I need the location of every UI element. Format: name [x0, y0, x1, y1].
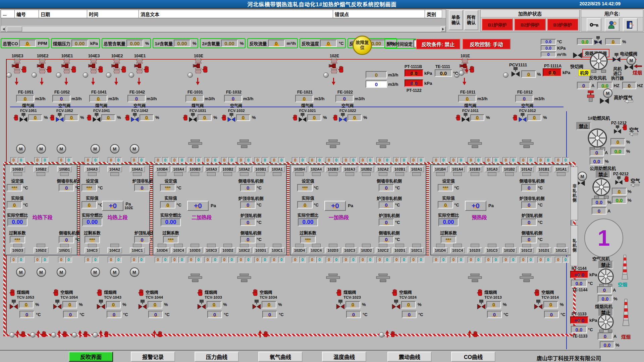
pt-1111b-label: PT-1111B	[405, 64, 422, 69]
pressure-value: +0	[102, 201, 123, 211]
mini-indicator: 0	[520, 157, 527, 163]
nav-button[interactable]: 氧气曲线	[258, 352, 303, 362]
burner-tag: 103A1	[270, 166, 284, 176]
fe-flow-value: 0	[185, 95, 204, 102]
mini-indicator: 0	[58, 257, 65, 263]
pt-1111a-label: PT-1111A	[544, 64, 561, 68]
scroll-right-button[interactable]	[441, 26, 446, 32]
zone-divider	[287, 164, 289, 255]
actual-label: 实际值	[164, 195, 177, 201]
mini-indicator: 0	[468, 157, 474, 163]
manual-hand-icon	[392, 289, 398, 296]
alarm-table: ...编号日期时间消息文本错误点类别	[1, 9, 446, 32]
nav-button[interactable]: 温度曲线	[322, 352, 366, 362]
meter-unit: °C	[339, 41, 344, 46]
zone-pressure: +0 Pa	[465, 201, 494, 211]
nav-button[interactable]: 报警记录	[131, 352, 175, 362]
mini-indicator: 0	[237, 257, 244, 263]
burner-tag: 101C2	[519, 244, 534, 253]
zone-temp-label: 炉顶轧机侧	[522, 212, 543, 219]
branch-unit: 104E3	[82, 54, 106, 88]
nav-button[interactable]: 震动曲线	[387, 352, 432, 362]
fan2-percent2: 0.0%	[592, 198, 611, 206]
status-sphere-icon	[106, 72, 111, 78]
mini-indicator: 0	[485, 257, 492, 263]
mini-indicator: 0	[562, 257, 569, 263]
burner-tag: 103B3	[187, 166, 202, 176]
fcv-tag: FCV-1031	[183, 109, 222, 113]
tcv-valve-icon	[197, 300, 206, 309]
pipe-fitting-cluster	[72, 330, 88, 338]
user-panel: 用户名:	[581, 9, 643, 32]
alarm-scrollbar[interactable]	[1, 26, 446, 32]
mini-indicator: 0	[108, 157, 114, 163]
motor-icon	[110, 267, 119, 277]
nav-button[interactable]: CO曲线	[451, 352, 495, 362]
excess-value: ***	[10, 236, 25, 243]
scroll-thumb[interactable]	[7, 26, 22, 32]
burner-tag: 102B3	[325, 166, 340, 176]
local-mode-badge: 机旁	[578, 69, 590, 76]
te-1111-label: TE-1111	[435, 64, 450, 69]
mini-indicator: 0	[309, 157, 316, 163]
damper-tray-icon	[376, 139, 390, 148]
mini-indicator: 0	[262, 257, 268, 263]
furnace-stop-button[interactable]: B3炉停炉	[547, 18, 578, 31]
scroll-left-button[interactable]	[1, 26, 6, 32]
mini-indicator: 0	[155, 257, 161, 263]
mini-indicator: 0	[131, 157, 138, 163]
status-sphere-icon	[187, 72, 193, 78]
burner-tag: 102C4	[309, 244, 324, 253]
mini-indicator-strip: 0000000000000000	[153, 157, 286, 163]
furnace-stop-button[interactable]: B2炉停炉	[514, 18, 545, 31]
tcv-tag: TCV-1024	[399, 295, 417, 299]
mini-indicator: 0	[188, 157, 195, 163]
blowback-condition-button[interactable]: 反吹条件: 禁止	[416, 39, 460, 49]
fcv-tag: FCV-1011	[455, 109, 495, 113]
nav-button[interactable]: 压力曲线	[195, 352, 239, 362]
manual-hand-icon	[513, 114, 518, 121]
user-switch-button[interactable]	[605, 18, 620, 32]
status-sphere-icon	[129, 72, 134, 78]
tcv-percent-value: 0	[106, 301, 121, 308]
main-flow2-readout: 0 m3/h	[366, 80, 398, 88]
zone: 0000000000000000 102B4102A4102B3102A3102…	[290, 164, 426, 255]
mini-indicator: 0	[492, 157, 499, 163]
fault-reset-button[interactable]: 故障复位	[353, 36, 372, 55]
tcv-group: 煤烟阀 TCV-1043 0 % 0 °C	[97, 289, 140, 318]
branch-tag: 104E2	[105, 54, 129, 58]
left-arrow-icon	[625, 99, 633, 103]
ack-button[interactable]: 单条确认	[449, 10, 463, 30]
pressure-value: +0	[324, 201, 346, 211]
login-key-button[interactable]	[587, 18, 601, 32]
damper-icons	[153, 274, 286, 282]
mini-indicator: 0	[162, 257, 169, 263]
tcv-valve-name: 空烟阀	[541, 289, 559, 295]
branch-tag: 105E1	[55, 54, 79, 58]
zone-temp: 侧墙非轧机侧 0°C	[57, 178, 82, 191]
status-sphere-icon	[83, 72, 88, 78]
down-arrow-icon	[114, 78, 118, 85]
setpoint-label: 设定值	[86, 178, 99, 184]
logout-button[interactable]	[623, 18, 638, 32]
zone-divider	[426, 164, 429, 255]
branch-tag: 102E	[322, 54, 347, 58]
tcv-valve-name: 煤烟阀	[205, 289, 222, 295]
mini-indicator: 0	[555, 157, 561, 163]
mini-indicator: 0	[475, 157, 482, 163]
ack-button[interactable]: 所有确认	[464, 10, 478, 30]
zone-temp: 炉顶轧机侧 0°C	[379, 212, 400, 226]
fan1-amps: 0A	[590, 149, 608, 156]
tcv-temp-value: 0	[402, 311, 417, 318]
tcv-percent-value: 0	[401, 301, 416, 308]
left-arrow-icon	[629, 132, 638, 136]
burner-tag: 102B4	[292, 166, 307, 176]
mini-indicator: 0	[292, 157, 299, 163]
nav-button[interactable]: 反吹界面	[69, 352, 113, 362]
fe-flow-unit: m3/h	[477, 96, 487, 101]
actual-value: 0	[297, 201, 313, 208]
zone-name: 均热上段	[108, 214, 128, 221]
mini-indicator: 0	[418, 257, 424, 263]
branch-unit: 105E2	[30, 54, 55, 88]
furnace-stop-button[interactable]: B1炉停炉	[482, 18, 513, 31]
